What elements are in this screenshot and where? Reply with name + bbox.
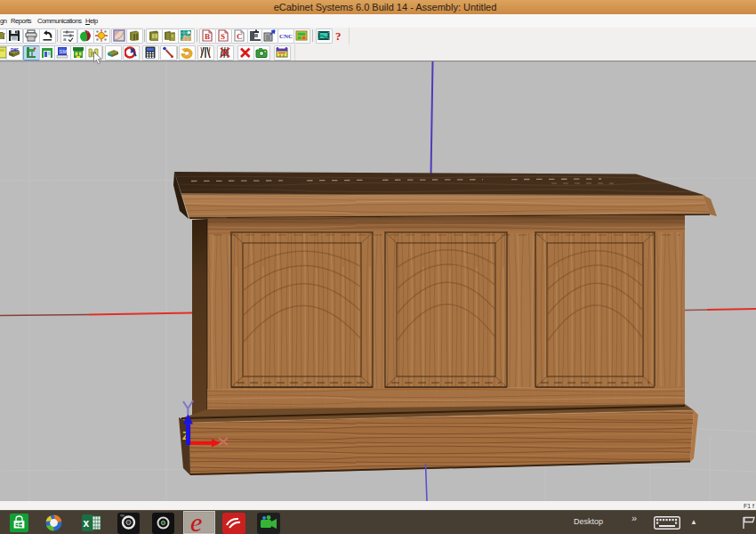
svg-text:DXF: DXF — [11, 48, 19, 53]
svg-text:S: S — [221, 32, 225, 41]
svg-text:B: B — [205, 32, 210, 41]
svg-text:C: C — [237, 32, 243, 41]
svg-text:a: a — [63, 36, 67, 42]
svg-text:?: ? — [335, 29, 342, 42]
svg-text:SM: SM — [60, 49, 68, 54]
svg-text:CNC: CNC — [279, 33, 293, 40]
svg-text:x: x — [84, 517, 90, 530]
svg-text:e: e — [190, 511, 202, 534]
